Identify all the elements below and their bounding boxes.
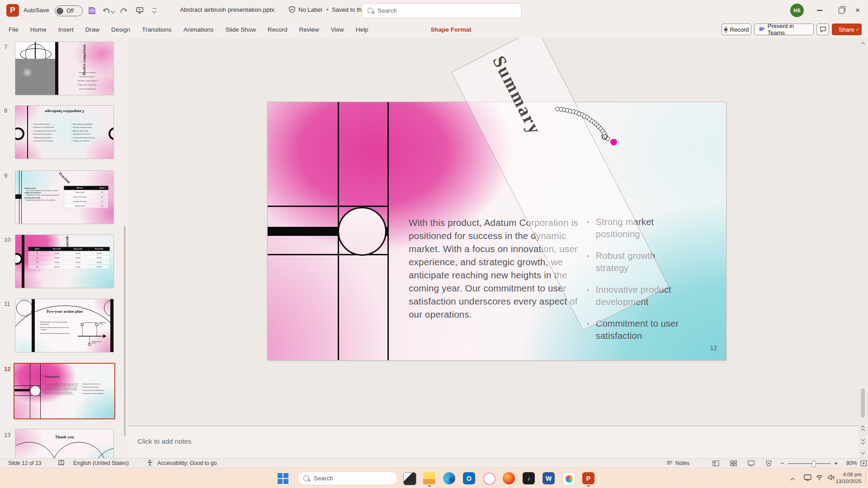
zoom-slider-track[interactable]: [788, 463, 831, 464]
save-button[interactable]: [87, 5, 97, 15]
tab-review[interactable]: Review: [293, 21, 325, 38]
slide-thumbnail-8[interactable]: Competitive landscape •Strong market pre…: [15, 105, 114, 159]
tab-file[interactable]: File: [3, 21, 24, 38]
powerpoint-icon[interactable]: P: [582, 472, 594, 484]
table-cell: Q2: [28, 256, 47, 260]
list-item: •Ability to adapt swiftly: [71, 130, 110, 132]
table-cell: Product launch: [64, 190, 96, 195]
zoom-slider-handle[interactable]: [812, 460, 816, 467]
customize-quick-access-toolbar-button[interactable]: [149, 5, 159, 15]
slide-thumbnail-7[interactable]: Market comparison Stands out in marketIn…: [15, 42, 114, 95]
language-indicator[interactable]: English (United States): [73, 460, 129, 466]
slide-12-canvas[interactable]: With this product, Adatum Corporation is…: [268, 102, 726, 360]
dark-app-icon[interactable]: ♪: [523, 472, 535, 484]
title-bar: P AutoSave Off Abstract airbrush present…: [0, 0, 868, 21]
accessibility-icon[interactable]: [146, 460, 153, 468]
start-slideshow-button[interactable]: [135, 5, 145, 15]
workspace: 7 Market comparison Stands out in market…: [0, 38, 868, 458]
thumb-number-10: 10: [4, 236, 10, 243]
hidden-icons-chevron[interactable]: [791, 475, 794, 483]
scrollbar-thumb[interactable]: [861, 389, 865, 418]
slide-horizontal-line-1[interactable]: [268, 206, 388, 207]
slide-thumbnail-11[interactable]: Two-year action plan •Expand market reac…: [15, 299, 114, 352]
tab-animations[interactable]: Animations: [178, 21, 220, 38]
photos-icon[interactable]: [562, 472, 576, 485]
cast-tray-icon[interactable]: [804, 474, 811, 483]
notes-toggle[interactable]: Notes: [675, 460, 689, 466]
notes-pane[interactable]: Click to add notes: [128, 427, 858, 458]
sensitivity-label[interactable]: No Label: [298, 6, 322, 13]
slide-thumbnail-10[interactable]: Financials QuarterRevenue ($)Expenses ($…: [15, 235, 114, 288]
autosave-toggle[interactable]: Off: [55, 5, 83, 16]
tab-view[interactable]: View: [325, 21, 350, 38]
file-explorer-icon[interactable]: [423, 472, 435, 484]
redo-button[interactable]: [118, 5, 128, 15]
ribbon-tabs: FileHomeInsertDrawDesignTransitionsAnima…: [3, 21, 477, 38]
edge-icon[interactable]: [443, 472, 455, 484]
next-slide-button[interactable]: [859, 436, 867, 445]
firefox-icon[interactable]: [503, 472, 515, 484]
scroll-up-button[interactable]: [859, 40, 867, 48]
task-view-icon[interactable]: [403, 472, 416, 485]
vertical-scrollbar[interactable]: [859, 38, 867, 458]
tab-help[interactable]: Help: [350, 21, 374, 38]
undo-button[interactable]: [101, 5, 111, 15]
word-icon[interactable]: W: [542, 472, 555, 484]
notes-placeholder[interactable]: Click to add notes: [137, 437, 191, 445]
zoom-in-button[interactable]: +: [834, 459, 838, 467]
previous-slide-button[interactable]: [859, 425, 867, 433]
taskbar-search-box[interactable]: Search: [297, 471, 398, 485]
slide-sorter-view-button[interactable]: [728, 460, 738, 467]
tab-draw[interactable]: Draw: [80, 21, 106, 38]
reading-view-button[interactable]: [746, 460, 756, 467]
share-button[interactable]: Share: [832, 23, 862, 35]
show-desktop-divider[interactable]: [865, 472, 866, 485]
record-button[interactable]: Record: [722, 23, 751, 35]
slide-thumbnail-13[interactable]: Thank you: [15, 429, 114, 458]
tab-home[interactable]: Home: [24, 21, 52, 38]
table-cell: Q1: [96, 190, 108, 195]
outlook-icon[interactable]: O: [463, 472, 475, 484]
tab-slide-show[interactable]: Slide Show: [219, 21, 262, 38]
comments-button[interactable]: [816, 23, 829, 35]
zoom-level[interactable]: 80%: [842, 460, 857, 466]
search-box[interactable]: Search: [362, 3, 522, 18]
present-in-teams-button[interactable]: Present in Teams: [754, 23, 814, 35]
powerpoint-app-icon[interactable]: P: [6, 4, 19, 17]
undo-dropdown-chevron-icon[interactable]: [111, 9, 115, 14]
copilot-icon[interactable]: [483, 472, 496, 485]
slide-indicator[interactable]: Slide 12 of 13: [8, 460, 41, 466]
sensitivity-shield-icon[interactable]: [288, 6, 296, 15]
accessibility-status[interactable]: Accessibility: Good to go: [157, 460, 217, 466]
thumbnail-scrollbar[interactable]: [124, 226, 126, 436]
slide-thumbnail-12-selected[interactable]: Summary With this product, Adatum Corpor…: [14, 363, 115, 419]
tab-insert[interactable]: Insert: [52, 21, 80, 38]
start-button[interactable]: [277, 472, 289, 484]
document-title[interactable]: Abstract airbrush presentation.pptx: [180, 6, 274, 13]
spellcheck-icon[interactable]: [58, 460, 65, 468]
wifi-tray-icon[interactable]: [816, 474, 823, 483]
slide-number-placeholder[interactable]: 12: [696, 344, 717, 352]
tab-shape-format-active[interactable]: Shape Format: [425, 21, 477, 38]
tab-record[interactable]: Record: [262, 21, 293, 38]
zoom-out-button[interactable]: −: [780, 459, 784, 467]
normal-view-button[interactable]: [711, 460, 721, 467]
fit-to-window-button[interactable]: [859, 460, 868, 467]
rotation-handle[interactable]: [610, 139, 617, 145]
close-button[interactable]: ×: [847, 0, 868, 21]
tab-design[interactable]: Design: [105, 21, 136, 38]
slide-thumbnail-9[interactable]: Traction Product launchSuccessful introd…: [15, 170, 114, 224]
record-icon: [724, 27, 727, 33]
minimize-button[interactable]: [809, 0, 830, 21]
list-item: Substantial user base, indicating growin…: [24, 194, 62, 197]
taskbar-clock[interactable]: 4:08 pm 13/10/2025: [835, 471, 862, 485]
list-item: •Stronger competitive edge: [71, 127, 110, 129]
scroll-down-button[interactable]: [859, 448, 867, 456]
account-avatar[interactable]: HS: [790, 4, 804, 17]
tab-transitions[interactable]: Transitions: [136, 21, 178, 38]
notes-toggle-icon[interactable]: [666, 460, 673, 467]
slide-circle-shape[interactable]: [338, 207, 387, 256]
volume-tray-icon[interactable]: [827, 474, 835, 483]
slideshow-view-button[interactable]: [764, 460, 774, 467]
table-cell: 150,000: [67, 251, 89, 256]
